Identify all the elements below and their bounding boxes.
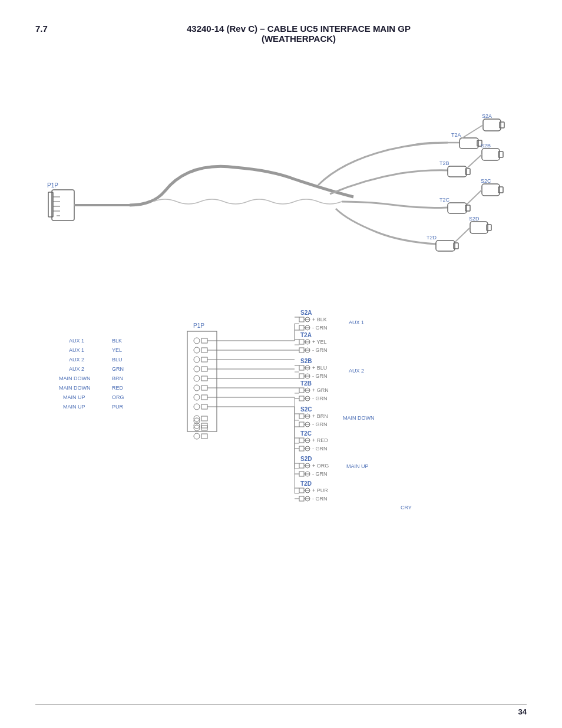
svg-text:CRY: CRY bbox=[401, 505, 412, 510]
svg-point-43 bbox=[194, 357, 200, 363]
svg-text:T2C: T2C bbox=[439, 197, 450, 203]
svg-text:BLU: BLU bbox=[112, 357, 123, 363]
svg-rect-153 bbox=[299, 446, 304, 451]
svg-text:- GRN: - GRN bbox=[312, 325, 328, 331]
svg-rect-23 bbox=[448, 203, 467, 213]
svg-rect-175 bbox=[299, 488, 304, 493]
svg-text:+ GRN: + GRN bbox=[312, 387, 329, 393]
s2c-schematic: S2C + BRN - GRN bbox=[295, 406, 328, 427]
svg-rect-161 bbox=[299, 463, 304, 468]
svg-text:T2B: T2B bbox=[300, 380, 312, 387]
t2b-physical: T2B bbox=[439, 160, 470, 177]
svg-text:T2A: T2A bbox=[451, 132, 461, 138]
svg-line-28 bbox=[467, 190, 482, 205]
diagram-container: P1P T2A S2A bbox=[35, 55, 527, 704]
section-number: 7.7 bbox=[35, 24, 59, 34]
svg-point-41 bbox=[194, 347, 200, 353]
svg-text:S2A: S2A bbox=[482, 113, 492, 119]
svg-rect-124 bbox=[299, 388, 304, 393]
s2d-physical: S2D bbox=[455, 216, 491, 242]
bottom-line bbox=[35, 704, 527, 704]
svg-text:AUX 1: AUX 1 bbox=[69, 338, 84, 344]
svg-text:S2C: S2C bbox=[300, 406, 312, 413]
svg-point-51 bbox=[194, 394, 200, 400]
svg-point-47 bbox=[194, 375, 200, 381]
svg-rect-17 bbox=[465, 169, 470, 174]
svg-text:- GRN: - GRN bbox=[312, 396, 328, 401]
svg-text:+ BRN: + BRN bbox=[312, 413, 328, 419]
svg-point-39 bbox=[194, 338, 200, 344]
svg-text:S2D: S2D bbox=[300, 456, 312, 462]
t2a-physical: T2A bbox=[451, 132, 482, 149]
svg-rect-89 bbox=[299, 325, 304, 330]
svg-text:- GRN: - GRN bbox=[312, 421, 328, 427]
svg-rect-99 bbox=[299, 340, 304, 344]
svg-rect-115 bbox=[299, 374, 304, 378]
svg-rect-42 bbox=[201, 348, 207, 353]
svg-point-53 bbox=[194, 404, 200, 410]
svg-text:YEL: YEL bbox=[112, 347, 122, 353]
svg-text:AUX 2: AUX 2 bbox=[349, 368, 364, 374]
svg-point-45 bbox=[194, 366, 200, 372]
svg-text:- GRN: - GRN bbox=[312, 373, 328, 379]
svg-text:S2D: S2D bbox=[469, 216, 480, 222]
svg-rect-136 bbox=[299, 414, 304, 419]
t2c-physical: T2C bbox=[439, 197, 470, 213]
svg-rect-85 bbox=[299, 317, 304, 322]
svg-text:- GRN: - GRN bbox=[312, 446, 328, 452]
svg-text:MAIN DOWN: MAIN DOWN bbox=[59, 385, 91, 391]
svg-text:P1P: P1P bbox=[47, 182, 58, 189]
svg-rect-16 bbox=[448, 166, 467, 177]
svg-rect-33 bbox=[470, 222, 488, 233]
svg-rect-50 bbox=[201, 386, 207, 390]
svg-rect-128 bbox=[299, 396, 304, 401]
page: 7.7 43240-14 (Rev C) – CABLE UC5 INTERFA… bbox=[0, 0, 562, 728]
svg-text:S2C: S2C bbox=[481, 178, 491, 184]
svg-text:AUX 2: AUX 2 bbox=[69, 357, 84, 363]
svg-text:ORG: ORG bbox=[112, 394, 124, 400]
svg-rect-190 bbox=[201, 434, 207, 439]
svg-rect-54 bbox=[201, 404, 207, 409]
svg-text:AUX 2: AUX 2 bbox=[69, 366, 84, 372]
svg-rect-34 bbox=[487, 225, 491, 230]
svg-text:P1P: P1P bbox=[193, 322, 204, 329]
t2b-schematic: T2B + GRN - GRN bbox=[295, 380, 329, 401]
svg-text:MAIN UP: MAIN UP bbox=[63, 404, 85, 410]
svg-text:- GRN: - GRN bbox=[312, 471, 328, 477]
svg-text:MAIN DOWN: MAIN DOWN bbox=[343, 415, 375, 421]
svg-text:RED: RED bbox=[112, 385, 124, 391]
svg-rect-12 bbox=[483, 119, 501, 131]
svg-rect-44 bbox=[201, 357, 207, 362]
svg-rect-27 bbox=[498, 187, 503, 193]
svg-line-35 bbox=[455, 228, 470, 242]
svg-point-49 bbox=[194, 385, 200, 391]
p1p-connector: P1P bbox=[47, 182, 130, 220]
svg-point-189 bbox=[194, 433, 200, 439]
svg-rect-103 bbox=[299, 348, 304, 353]
page-number: 34 bbox=[518, 707, 527, 716]
svg-rect-31 bbox=[454, 243, 458, 249]
svg-rect-24 bbox=[465, 205, 470, 211]
svg-text:- GRN: - GRN bbox=[312, 496, 328, 502]
s2b-schematic: S2B + BLU - GRN bbox=[295, 358, 328, 379]
svg-text:T2C: T2C bbox=[300, 430, 312, 437]
svg-text:+ YEL: + YEL bbox=[312, 339, 327, 345]
svg-rect-56 bbox=[201, 416, 207, 421]
svg-line-21 bbox=[467, 154, 482, 169]
svg-text:- GRN: - GRN bbox=[312, 347, 328, 353]
svg-text:+ ORG: + ORG bbox=[312, 463, 329, 469]
svg-text:GRN: GRN bbox=[112, 366, 124, 372]
t2a-schematic: T2A + YEL - GRN bbox=[295, 332, 328, 353]
p1p-schematic: P1P bbox=[187, 322, 217, 431]
svg-rect-179 bbox=[299, 496, 304, 501]
t2c-schematic: T2C + RED - GRN bbox=[295, 430, 328, 452]
svg-text:S2A: S2A bbox=[300, 309, 312, 316]
svg-text:T2A: T2A bbox=[300, 332, 312, 338]
svg-text:BRN: BRN bbox=[112, 375, 123, 381]
svg-rect-9 bbox=[459, 138, 478, 149]
svg-rect-20 bbox=[498, 151, 503, 157]
svg-text:AUX 1: AUX 1 bbox=[69, 347, 84, 353]
svg-text:S2B: S2B bbox=[481, 143, 491, 149]
ground-pins bbox=[194, 425, 207, 439]
svg-text:+ RED: + RED bbox=[312, 437, 328, 443]
